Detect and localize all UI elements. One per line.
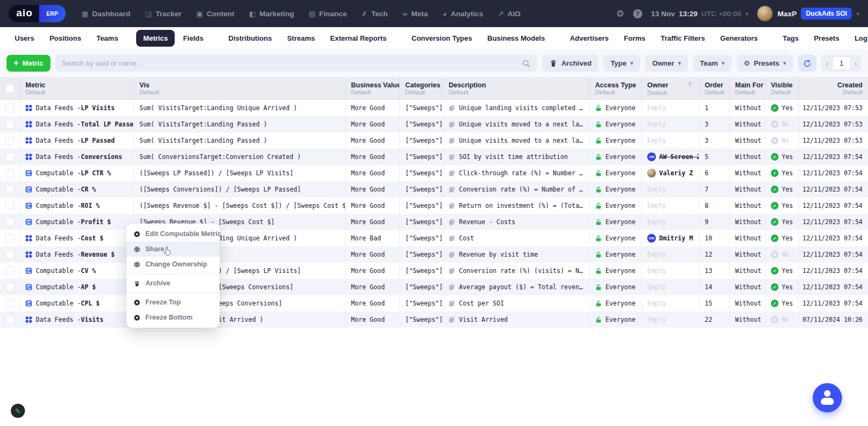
- column-subtitle: Default: [595, 89, 636, 96]
- column-header-created[interactable]: CreatedDefault: [799, 77, 868, 99]
- select-all-checkbox[interactable]: [5, 84, 14, 93]
- filter-icon[interactable]: [686, 81, 693, 90]
- tab-logs[interactable]: Logs: [847, 30, 868, 47]
- tab-fields[interactable]: Fields: [176, 30, 210, 47]
- column-header-owner[interactable]: OwnerDefault: [641, 77, 699, 99]
- help-icon[interactable]: ?: [633, 9, 642, 18]
- next-page-button[interactable]: ›: [854, 59, 857, 68]
- add-metric-button[interactable]: + Metric: [7, 55, 50, 72]
- row-checkbox[interactable]: [5, 104, 14, 112]
- search-icon[interactable]: [522, 59, 531, 68]
- copy-icon[interactable]: [449, 219, 455, 225]
- column-header-metric[interactable]: MetricDefault: [20, 77, 133, 99]
- copy-icon[interactable]: [449, 300, 455, 307]
- column-header-access-type[interactable]: Access TypeDefault: [589, 77, 641, 99]
- nav-item-finance[interactable]: ▤Finance: [309, 10, 347, 18]
- nav-item-marketing[interactable]: ◧Marketing: [249, 10, 294, 18]
- table-row[interactable]: Data Feeds - Total LP PassedSum( VisitsT…: [0, 116, 868, 132]
- copy-icon[interactable]: [449, 154, 455, 160]
- tab-conversion-types[interactable]: Conversion Types: [405, 30, 480, 47]
- nav-item-tech[interactable]: ✗Tech: [361, 10, 387, 18]
- copy-icon[interactable]: [449, 121, 455, 128]
- archived-filter-button[interactable]: Archived: [542, 55, 599, 72]
- row-checkbox[interactable]: [5, 250, 14, 259]
- row-checkbox[interactable]: [5, 315, 14, 324]
- nav-item-analytics[interactable]: ◕Analytics: [443, 10, 483, 18]
- table-row[interactable]: Computable - LP CTR %([Sweeps LP Passed]…: [0, 165, 868, 181]
- tab-generators[interactable]: Generators: [713, 30, 764, 47]
- table-row[interactable]: Data Feeds - LP VisitsSum( VisitsTarget:…: [0, 100, 868, 116]
- refresh-button[interactable]: [798, 55, 816, 72]
- tab-external-reports[interactable]: External Reports: [323, 30, 393, 47]
- copy-icon[interactable]: [449, 284, 455, 290]
- row-checkbox[interactable]: [5, 266, 14, 275]
- column-header-main-for[interactable]: Main ForDefault: [729, 77, 765, 99]
- tab-users[interactable]: Users: [8, 30, 41, 47]
- row-checkbox[interactable]: [5, 299, 14, 308]
- table-row[interactable]: Data Feeds - LP PassedSum( VisitsTarget:…: [0, 132, 868, 149]
- tab-presets[interactable]: Presets: [807, 30, 846, 47]
- tab-advertisers[interactable]: Advertisers: [563, 30, 616, 47]
- row-checkbox[interactable]: [5, 120, 14, 129]
- support-fab-button[interactable]: [813, 383, 842, 412]
- copy-icon[interactable]: [449, 251, 455, 258]
- menu-item-freeze-bottom[interactable]: Freeze Bottom: [126, 310, 220, 325]
- menu-item-edit-computable-metric[interactable]: Edit Computable Metric: [126, 226, 220, 241]
- row-checkbox[interactable]: [5, 152, 14, 161]
- row-checkbox[interactable]: [5, 185, 14, 194]
- tab-business-models[interactable]: Business Models: [480, 30, 552, 47]
- menu-item-change-ownership[interactable]: Change Ownership: [126, 257, 220, 272]
- row-checkbox[interactable]: [5, 234, 14, 243]
- copy-icon[interactable]: [449, 202, 455, 209]
- copy-icon[interactable]: [449, 186, 455, 193]
- column-header-visible[interactable]: VisibleDefault: [765, 77, 799, 99]
- tab-distributions[interactable]: Distributions: [221, 30, 279, 47]
- copy-icon[interactable]: [449, 137, 455, 144]
- edit-widget-button[interactable]: ✎: [11, 404, 25, 418]
- nav-item-tracker[interactable]: ◲Tracker: [145, 10, 181, 18]
- user-menu[interactable]: MaxP DuckAds SOI ▾: [757, 5, 859, 22]
- copy-icon[interactable]: [449, 105, 455, 111]
- column-header-business-value[interactable]: Business ValueDefault: [345, 77, 399, 99]
- copy-icon[interactable]: [449, 268, 455, 274]
- row-checkbox[interactable]: [5, 218, 14, 226]
- row-checkbox[interactable]: [5, 283, 14, 291]
- presets-dropdown[interactable]: ⚙ Presets ▾: [737, 55, 793, 72]
- app-logo[interactable]: aio ERP: [9, 5, 66, 22]
- team-filter-dropdown[interactable]: Team ▾: [693, 55, 732, 72]
- menu-item-archive[interactable]: Archive: [126, 276, 220, 291]
- copy-icon[interactable]: [449, 316, 455, 323]
- table-row[interactable]: Computable - CR %([Sweeps Conversions]) …: [0, 181, 868, 198]
- menu-item-freeze-top[interactable]: Freeze Top: [126, 295, 220, 310]
- nav-item-meta[interactable]: ∞Meta: [403, 10, 428, 18]
- nav-item-aio[interactable]: ↗AIO: [498, 10, 521, 18]
- column-header-categories[interactable]: CategoriesDefault: [399, 77, 443, 99]
- row-checkbox[interactable]: [5, 136, 14, 145]
- settings-gear-icon[interactable]: ⚙: [616, 8, 624, 20]
- table-row[interactable]: Computable - ROI %([Sweeps Revenue $] - …: [0, 198, 868, 214]
- owner-filter-dropdown[interactable]: Owner ▾: [645, 55, 688, 72]
- tab-metrics[interactable]: Metrics: [136, 30, 175, 47]
- prev-page-button[interactable]: ‹: [826, 59, 828, 68]
- tab-positions[interactable]: Positions: [42, 30, 88, 47]
- type-filter-dropdown[interactable]: Type ▾: [603, 55, 640, 72]
- nav-item-dashboard[interactable]: ▦Dashboard: [82, 10, 131, 18]
- column-header-description[interactable]: DescriptionDefault: [443, 77, 589, 99]
- search-input[interactable]: [62, 59, 522, 67]
- row-checkbox[interactable]: [5, 169, 14, 177]
- tab-tags[interactable]: Tags: [776, 30, 806, 47]
- nav-item-content[interactable]: ▣Content: [196, 10, 234, 18]
- clock-timezone[interactable]: UTC +00:00: [701, 10, 742, 18]
- menu-item-share[interactable]: Share: [126, 241, 220, 257]
- column-header-order[interactable]: OrderDefault: [699, 77, 729, 99]
- tab-forms[interactable]: Forms: [617, 30, 653, 47]
- row-checkbox[interactable]: [5, 201, 14, 210]
- tab-teams[interactable]: Teams: [90, 30, 125, 47]
- copy-icon[interactable]: [449, 170, 455, 176]
- tab-traffic-filters[interactable]: Traffic Filters: [654, 30, 712, 47]
- tab-streams[interactable]: Streams: [280, 30, 322, 47]
- table-row[interactable]: Data Feeds - ConversionsSum( Conversions…: [0, 149, 868, 165]
- copy-icon[interactable]: [449, 235, 455, 241]
- page-number-input[interactable]: [832, 56, 851, 70]
- column-header-vis[interactable]: VisDefault: [133, 77, 345, 99]
